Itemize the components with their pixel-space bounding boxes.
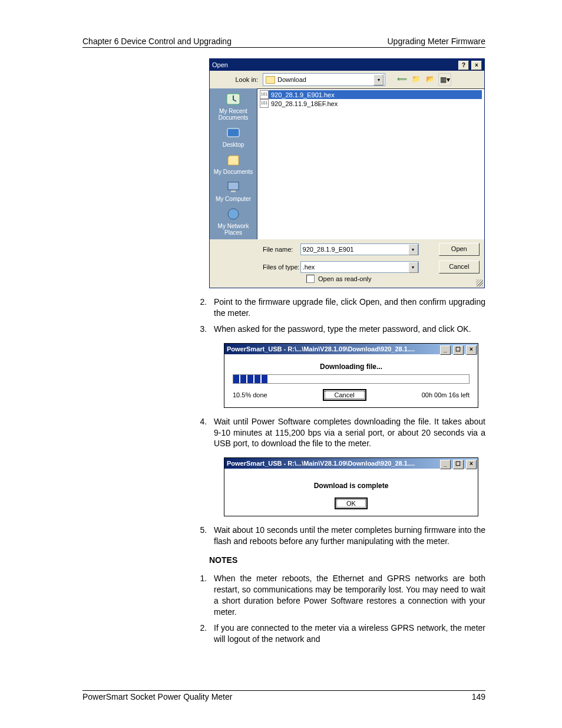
- file-type-dropdown[interactable]: .hex ▾: [300, 261, 419, 273]
- svg-rect-1: [227, 129, 239, 137]
- dialog-title: PowerSmart_USB - R:\...\Main\V28.1.09\Do…: [227, 344, 415, 354]
- up-icon[interactable]: 📁: [410, 73, 422, 85]
- file-name-input[interactable]: 920_28.1.9_E901 ▾: [300, 243, 419, 255]
- step-4: Wait until Power Software completes down…: [209, 416, 485, 450]
- look-in-dropdown[interactable]: Download ▾: [263, 73, 385, 86]
- instruction-list: Wait until Power Software completes down…: [209, 416, 485, 450]
- file-item-selected[interactable]: 101 920_28.1.9_E901.hex: [260, 90, 482, 99]
- header-left: Chapter 6 Device Control and Upgrading: [82, 37, 232, 46]
- look-in-label: Look in:: [226, 76, 258, 83]
- svg-rect-3: [231, 190, 236, 192]
- help-button[interactable]: ?: [458, 61, 469, 70]
- note-1: When the meter reboots, the Ethernet and…: [209, 573, 485, 618]
- instruction-list: Point to the firmware upgrade file, clic…: [209, 297, 485, 335]
- progress-percent: 10.5% done: [233, 391, 267, 398]
- hex-file-icon: 101: [260, 90, 269, 99]
- place-recent[interactable]: My Recent Documents: [210, 92, 257, 121]
- dialog-title: Open: [212, 59, 228, 71]
- dialog-titlebar: Open ? ×: [210, 59, 484, 71]
- readonly-label: Open as read-only: [318, 275, 372, 282]
- minimize-button[interactable]: _: [440, 460, 451, 469]
- cancel-button[interactable]: Cancel: [323, 390, 366, 400]
- svg-rect-2: [228, 182, 239, 190]
- step-5: Wait about 10 seconds until the meter co…: [209, 525, 485, 547]
- place-documents[interactable]: My Documents: [214, 153, 253, 175]
- back-icon[interactable]: ⟸: [396, 73, 408, 85]
- look-in-value: Download: [277, 76, 306, 83]
- header-right: Upgrading Meter Firmware: [388, 37, 486, 46]
- maximize-button[interactable]: ☐: [453, 460, 464, 469]
- file-list[interactable]: 101 920_28.1.9_E901.hex 101 920_28.11.9_…: [257, 88, 484, 239]
- note-2: If you are connected to the meter via a …: [209, 622, 485, 645]
- hex-file-icon: 101: [260, 99, 269, 108]
- places-bar: My Recent Documents Desktop My Documents…: [210, 88, 257, 239]
- place-desktop[interactable]: Desktop: [223, 126, 244, 148]
- instruction-list: Wait about 10 seconds until the meter co…: [209, 525, 485, 547]
- file-item[interactable]: 101 920_28.11.9_18EF.hex: [260, 99, 482, 108]
- cancel-button[interactable]: Cancel: [439, 261, 480, 274]
- minimize-button[interactable]: _: [440, 345, 451, 355]
- notes-heading: NOTES: [209, 555, 485, 565]
- close-button[interactable]: ×: [466, 460, 477, 469]
- chevron-down-icon[interactable]: ▾: [408, 262, 418, 273]
- new-folder-icon[interactable]: 📂: [424, 73, 436, 85]
- place-computer[interactable]: My Computer: [216, 180, 251, 202]
- chevron-down-icon[interactable]: ▾: [373, 74, 384, 85]
- chevron-down-icon[interactable]: ▾: [408, 244, 418, 255]
- file-name-label: File name:: [263, 246, 300, 253]
- open-file-dialog: Open ? × Look in: Download ▾ ⟸ 📁 📂 ▦▾: [209, 58, 485, 288]
- progress-bar: [233, 374, 470, 384]
- open-button[interactable]: Open: [439, 243, 480, 256]
- page-footer: PowerSmart Socket Power Quality Meter 14…: [82, 690, 485, 701]
- resize-grip[interactable]: [476, 279, 483, 286]
- file-type-label: Files of type:: [263, 263, 300, 271]
- views-icon[interactable]: ▦▾: [438, 73, 451, 86]
- footer-left: PowerSmart Socket Power Quality Meter: [82, 692, 232, 701]
- step-2: Point to the firmware upgrade file, clic…: [209, 297, 485, 319]
- close-button[interactable]: ×: [471, 61, 482, 70]
- svg-point-4: [228, 209, 239, 219]
- progress-heading: Downloading file...: [233, 363, 470, 371]
- download-progress-dialog: PowerSmart_USB - R:\...\Main\V28.1.09\Do…: [224, 343, 478, 408]
- step-3: When asked for the password, type the me…: [209, 324, 485, 335]
- footer-right: 149: [472, 692, 485, 701]
- complete-heading: Download is complete: [233, 482, 470, 490]
- page-header: Chapter 6 Device Control and Upgrading U…: [82, 37, 485, 48]
- place-network[interactable]: My Network Places: [210, 207, 257, 236]
- maximize-button[interactable]: ☐: [453, 345, 464, 355]
- readonly-checkbox[interactable]: [306, 275, 315, 283]
- time-remaining: 00h 00m 16s left: [422, 391, 470, 398]
- folder-icon: [266, 76, 275, 84]
- ok-button[interactable]: OK: [335, 498, 367, 509]
- close-button[interactable]: ×: [466, 345, 477, 355]
- dialog-title: PowerSmart_USB - R:\...\Main\V28.1.09\Do…: [227, 458, 415, 469]
- notes-list: When the meter reboots, the Ethernet and…: [209, 573, 485, 644]
- download-complete-dialog: PowerSmart_USB - R:\...\Main\V28.1.09\Do…: [224, 457, 478, 516]
